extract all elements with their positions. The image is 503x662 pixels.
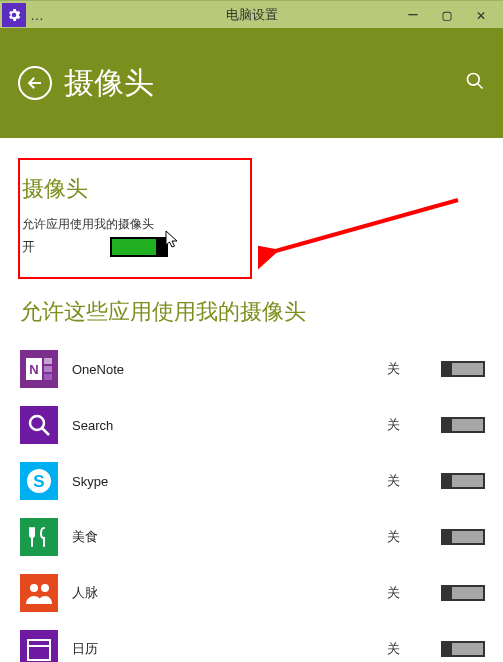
app-toggle-state: 关 [387,472,441,490]
title-bar: … 电脑设置 ─ ▢ ✕ [0,0,503,28]
app-icon [20,630,58,662]
svg-rect-6 [44,366,52,372]
svg-rect-15 [20,574,58,612]
app-name: 美食 [72,528,387,546]
app-name: Search [72,418,387,433]
svg-point-17 [41,584,49,592]
app-toggle-state: 关 [387,640,441,658]
app-toggle[interactable] [441,361,485,377]
svg-text:N: N [29,362,38,377]
app-row: 日历关 [20,621,499,662]
app-icon: S [20,462,58,500]
settings-app-icon [2,3,26,27]
app-toggle-state: 关 [387,528,441,546]
app-row: SSkype关 [20,453,499,509]
master-toggle-label: 允许应用使用我的摄像头 [22,216,236,233]
extension-indicator: … [30,7,44,23]
svg-point-16 [30,584,38,592]
app-icon [20,574,58,612]
svg-rect-14 [20,518,58,556]
highlight-annotation: 摄像头 允许应用使用我的摄像头 开 [18,158,252,279]
app-row: 人脉关 [20,565,499,621]
app-toggle[interactable] [441,585,485,601]
svg-point-0 [468,73,480,85]
app-name: Skype [72,474,387,489]
content-scroll[interactable]: 摄像头 允许应用使用我的摄像头 开 允许这些应用使用我的摄像头 NOneNote… [0,138,503,662]
app-toggle-state: 关 [387,360,441,378]
svg-rect-7 [44,374,52,380]
window-controls: ─ ▢ ✕ [401,3,503,27]
svg-rect-5 [44,358,52,364]
app-name: 人脉 [72,584,387,602]
app-toggle[interactable] [441,417,485,433]
back-button[interactable] [18,66,52,100]
close-button[interactable]: ✕ [469,3,493,27]
search-button[interactable] [465,71,485,96]
apps-list: NOneNote关Search关SSkype关美食关人脉关日历关 [20,341,499,662]
app-name: OneNote [72,362,387,377]
cursor-icon [165,230,181,250]
app-toggle-state: 关 [387,416,441,434]
camera-heading: 摄像头 [22,174,236,204]
master-toggle[interactable] [110,237,168,257]
app-row: Search关 [20,397,499,453]
app-toggle[interactable] [441,529,485,545]
app-icon [20,518,58,556]
minimize-button[interactable]: ─ [401,3,425,27]
app-row: NOneNote关 [20,341,499,397]
app-toggle[interactable] [441,473,485,489]
page-header: 摄像头 [0,28,503,138]
window-title: 电脑设置 [226,6,278,24]
apps-heading: 允许这些应用使用我的摄像头 [20,297,499,327]
page-title: 摄像头 [64,63,465,104]
svg-text:S: S [33,472,44,491]
svg-rect-8 [20,406,58,444]
app-name: 日历 [72,640,387,658]
master-toggle-state: 开 [22,238,110,256]
master-toggle-row: 允许应用使用我的摄像头 开 [20,216,236,257]
app-icon: N [20,350,58,388]
app-icon [20,406,58,444]
app-toggle-state: 关 [387,584,441,602]
app-toggle[interactable] [441,641,485,657]
svg-line-1 [478,83,483,88]
app-row: 美食关 [20,509,499,565]
maximize-button[interactable]: ▢ [435,3,459,27]
